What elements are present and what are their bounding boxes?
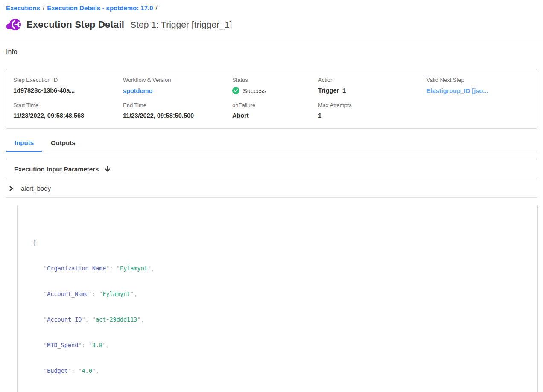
breadcrumb-separator: / <box>40 4 47 12</box>
code-line: "Account_ID": "act-29ddd113", <box>32 315 529 324</box>
execution-input-parameters-header: Execution Input Parameters <box>6 159 537 179</box>
field-value: 1 <box>318 112 426 119</box>
info-field-onfailure: onFailure Abort <box>232 102 318 119</box>
workflow-link[interactable]: spotdemo <box>123 87 152 94</box>
tab-bar: Inputs Outputs <box>6 135 537 152</box>
divider <box>0 38 543 38</box>
field-value: 11/23/2022, 09:58:48.568 <box>13 112 123 119</box>
breadcrumb-link-executions[interactable]: Executions <box>6 4 40 12</box>
code-line: { <box>32 238 529 247</box>
field-label: Workflow & Version <box>123 77 232 83</box>
divider <box>6 197 537 198</box>
tab-outputs[interactable]: Outputs <box>42 135 84 152</box>
page-subtitle: Step 1: Trigger [trigger_1] <box>130 20 232 30</box>
field-label: Start Time <box>13 102 123 108</box>
info-field-empty <box>426 102 530 119</box>
field-label: onFailure <box>232 102 318 108</box>
info-field-end-time: End Time 11/23/2022, 09:58:50.500 <box>123 102 232 119</box>
info-field-action: Action Trigger_1 <box>318 77 426 95</box>
code-line: "Budget": "4.0", <box>32 366 529 375</box>
fylamynt-logo-icon <box>6 17 21 32</box>
status-badge: Success <box>243 87 266 94</box>
info-field-start-time: Start Time 11/23/2022, 09:58:48.568 <box>13 102 123 119</box>
chevron-right-icon[interactable] <box>9 186 14 192</box>
code-line: "MTD_Spend": "3.8", <box>32 341 529 349</box>
info-field-status: Status Success <box>232 77 318 95</box>
info-section-heading: Info <box>6 48 537 56</box>
code-line: "Account_Name": "Fylamynt", <box>32 290 529 298</box>
param-row-alert-body[interactable]: alert_body <box>6 179 537 197</box>
code-line: "Organization_Name": "Fylamynt", <box>32 264 529 273</box>
field-value: 1d97828c-13b6-40a... <box>13 87 123 94</box>
field-value: Trigger_1 <box>318 87 426 94</box>
breadcrumb-separator: / <box>153 4 160 12</box>
breadcrumb: Executions/Execution Details - spotdemo:… <box>6 0 537 12</box>
info-field-workflow-version: Workflow & Version spotdemo <box>123 77 232 95</box>
next-step-link[interactable]: Elastigroup_ID [jso... <box>426 87 488 94</box>
alert-body-code-block: { "Organization_Name": "Fylamynt", "Acco… <box>17 205 538 392</box>
divider <box>0 63 543 63</box>
tab-inputs[interactable]: Inputs <box>6 135 42 152</box>
info-card: Step Execution ID 1d97828c-13b6-40a... W… <box>6 69 537 129</box>
field-label: End Time <box>123 102 232 108</box>
success-check-icon <box>232 87 239 94</box>
field-value: 11/23/2022, 09:58:50.500 <box>123 112 232 119</box>
param-name: alert_body <box>21 185 51 192</box>
field-value: Abort <box>232 112 318 119</box>
down-arrow-icon[interactable] <box>105 166 111 172</box>
field-label: Step Execution ID <box>13 77 123 83</box>
page-title: Execution Step Detail <box>26 19 124 30</box>
breadcrumb-link-execution-details[interactable]: Execution Details - spotdemo: 17.0 <box>47 4 153 12</box>
field-label: Action <box>318 77 426 83</box>
field-label: Max Attempts <box>318 102 426 108</box>
field-label: Valid Next Step <box>426 77 530 83</box>
field-label: Status <box>232 77 318 83</box>
params-header-label: Execution Input Parameters <box>14 166 99 173</box>
info-field-max-attempts: Max Attempts 1 <box>318 102 426 119</box>
info-field-valid-next-step: Valid Next Step Elastigroup_ID [jso... <box>426 77 530 95</box>
info-field-step-execution-id: Step Execution ID 1d97828c-13b6-40a... <box>13 77 123 95</box>
title-bar: Execution Step Detail Step 1: Trigger [t… <box>6 17 537 32</box>
